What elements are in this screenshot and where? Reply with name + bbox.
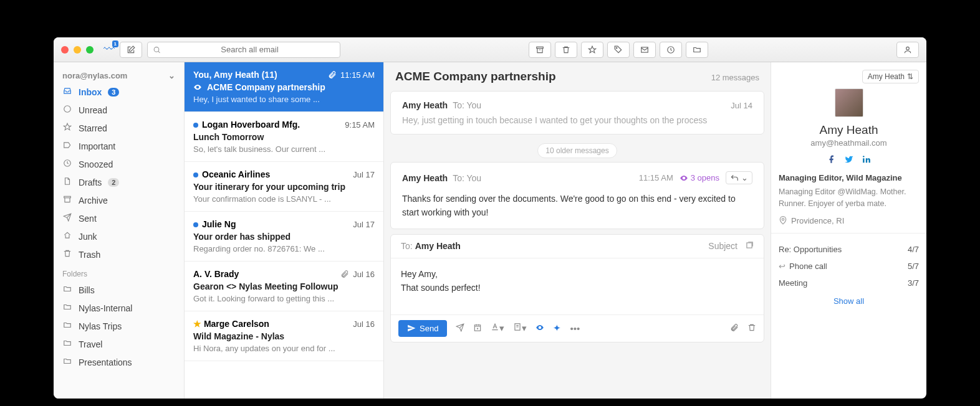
thread-subject: Lunch Tomorrow [193, 132, 375, 142]
account-label[interactable]: nora@nylas.com⌄ [54, 68, 184, 83]
compose-button[interactable] [120, 42, 142, 58]
folder-travel[interactable]: Travel [54, 335, 184, 353]
thread-from: A. V. Brady [193, 269, 239, 279]
thread-item[interactable]: A. V. BradyJul 16 Gearon <> Nylas Meetin… [185, 262, 383, 311]
related-meta: 5/7 [908, 262, 919, 271]
svg-rect-12 [863, 158, 864, 163]
thread-item[interactable]: You, Amy Heath (11)11:15 AM ACME Company… [185, 62, 383, 112]
thread-time: Jul 17 [353, 170, 375, 179]
sidebar-item-trash[interactable]: Trash [54, 245, 184, 263]
related-item[interactable]: ↩Phone call5/7 [779, 258, 919, 275]
main-content: nora@nylas.com⌄ Inbox3 Unread Starred Im… [54, 62, 926, 399]
subject-field[interactable]: Subject [708, 241, 737, 251]
message-from: Amy Heath [402, 173, 448, 183]
message-collapsed[interactable]: Amy HeathTo: You Jul 14 Hey, just gettin… [390, 91, 764, 135]
composer-body[interactable]: Hey Amy, That sounds perfect! [391, 258, 764, 314]
account-button[interactable] [896, 42, 919, 58]
contact-name: Amy Heath [779, 123, 919, 137]
svg-rect-9 [747, 243, 752, 248]
to-value[interactable]: Amy Heath [415, 241, 461, 251]
star-button[interactable] [581, 42, 603, 58]
linkedin-icon[interactable] [862, 155, 871, 166]
svg-point-2 [616, 47, 617, 49]
opens-indicator[interactable]: 3 opens [680, 173, 719, 182]
sidebar-item-archive[interactable]: Archive [54, 191, 184, 209]
template-icon[interactable]: ▾ [513, 323, 527, 334]
message-time: 11:15 AM [639, 173, 673, 182]
message-expanded: Amy HeathTo: You 11:15 AM 3 opens ⌄ Than… [390, 162, 764, 229]
thread-subject: Wild Magazine - Nylas [193, 331, 375, 341]
sidebar-item-unread[interactable]: Unread [54, 101, 184, 119]
folder-nylas-trips[interactable]: Nylas Trips [54, 317, 184, 335]
thread-list: You, Amy Heath (11)11:15 AM ACME Company… [185, 62, 384, 399]
archive-button[interactable] [529, 42, 551, 58]
clock-icon [62, 159, 72, 169]
star-filled-icon: ★ [193, 319, 201, 329]
location-icon [779, 216, 787, 225]
trash-icon [62, 249, 72, 260]
sidebar-item-starred[interactable]: Starred [54, 119, 184, 137]
composer: To:Amy Heath Subject Hey Amy, That sound… [390, 234, 764, 342]
chevron-down-icon: ⌄ [741, 173, 748, 182]
more-icon[interactable]: ••• [570, 323, 580, 334]
svg-rect-8 [64, 196, 71, 197]
reminder-icon[interactable] [473, 323, 482, 334]
discard-icon[interactable] [747, 323, 756, 334]
thread-time: Jul 16 [353, 270, 375, 279]
folder-presentations[interactable]: Presentations [54, 353, 184, 371]
thread-item[interactable]: Julie NgJul 17 Your order has shipped Re… [185, 212, 383, 262]
drafts-count: 2 [108, 178, 119, 187]
attach-icon[interactable] [730, 323, 739, 334]
folder-bills[interactable]: Bills [54, 281, 184, 299]
titlebar: 〰1 [54, 37, 926, 62]
thread-item[interactable]: ★ Marge CarelsonJul 16 Wild Magazine - N… [185, 311, 383, 361]
move-button[interactable] [686, 42, 708, 58]
popout-icon[interactable] [745, 241, 754, 252]
sidebar-item-drafts[interactable]: Drafts2 [54, 173, 184, 191]
message-to: You [466, 100, 481, 110]
sidebar-item-important[interactable]: Important [54, 137, 184, 155]
unread-icon [62, 105, 72, 115]
zoom-window-button[interactable] [86, 46, 94, 54]
show-all-link[interactable]: Show all [779, 296, 919, 306]
thread-item[interactable]: Logan Hoverboard Mfg.9:15 AM Lunch Tomor… [185, 112, 383, 162]
search-field[interactable] [165, 45, 335, 54]
inbox-count: 3 [108, 88, 119, 97]
search-input[interactable] [147, 42, 340, 58]
drafts-icon [62, 177, 72, 187]
send-button[interactable]: Send [398, 320, 447, 337]
thread-subject: Gearon <> Nylas Meeting Followup [193, 281, 375, 291]
related-meta: 3/7 [908, 278, 919, 288]
contact-selector[interactable]: Amy Heath⇅ [862, 70, 919, 83]
sidebar-item-snoozed[interactable]: Snoozed [54, 155, 184, 173]
send-later-icon[interactable] [456, 323, 464, 334]
mark-read-button[interactable] [633, 42, 656, 58]
twitter-icon[interactable] [845, 155, 853, 166]
facebook-icon[interactable] [827, 155, 836, 166]
thread-item[interactable]: Oceanic AirlinesJul 17 Your itinerary fo… [185, 162, 383, 212]
window-controls [61, 46, 94, 54]
sidebar-item-junk[interactable]: Junk [54, 227, 184, 245]
older-messages-button[interactable]: 10 older messages [537, 143, 617, 158]
close-window-button[interactable] [61, 46, 69, 54]
snooze-button[interactable] [660, 42, 682, 58]
junk-icon [62, 231, 72, 242]
minimize-window-button[interactable] [74, 46, 81, 54]
contact-role: Managing Editor, Wild Magazine [779, 173, 919, 182]
sidebar-item-sent[interactable]: Sent [54, 209, 184, 227]
format-icon[interactable]: ▾ [491, 323, 504, 334]
related-item[interactable]: Re: Opportunities4/7 [779, 241, 919, 258]
trash-button[interactable] [555, 42, 577, 58]
inbox-icon [62, 87, 72, 97]
related-item[interactable]: Meeting3/7 [779, 275, 919, 291]
folder-nylas-internal[interactable]: Nylas-Internal [54, 299, 184, 317]
sparkle-icon[interactable]: ✦ [553, 323, 561, 334]
tag-button[interactable] [607, 42, 630, 58]
folder-icon [62, 357, 72, 367]
activity-icon[interactable]: 〰1 [103, 43, 115, 56]
chevron-updown-icon: ⇅ [907, 72, 913, 81]
reply-button[interactable]: ⌄ [726, 171, 752, 184]
tracking-icon[interactable] [536, 323, 544, 334]
thread-from: Julie Ng [202, 219, 236, 229]
sidebar-item-inbox[interactable]: Inbox3 [54, 83, 184, 101]
